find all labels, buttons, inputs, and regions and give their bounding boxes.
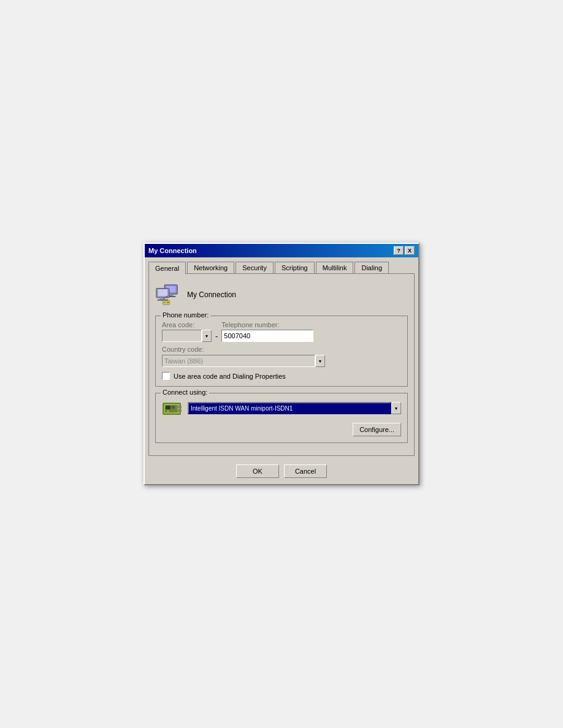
area-code-label: Area code: <box>162 321 212 328</box>
connect-using-inner: Intelligent ISDN WAN miniport-ISDN1 ▼ <box>162 398 401 418</box>
svg-rect-17 <box>166 406 170 409</box>
device-dropdown-btn[interactable]: ▼ <box>391 402 401 414</box>
network-icon-svg <box>155 282 180 308</box>
title-bar: My Connection ? X <box>145 244 418 257</box>
cancel-button[interactable]: Cancel <box>284 464 327 478</box>
connection-name-label: My Connection <box>187 290 236 299</box>
dialog-title: My Connection <box>148 247 197 254</box>
svg-point-12 <box>167 301 169 303</box>
tab-scripting[interactable]: Scripting <box>275 262 315 275</box>
telephone-input[interactable]: 5007040 <box>221 330 313 342</box>
svg-point-19 <box>165 411 167 412</box>
phone-number-group-label: Phone number: <box>161 311 210 319</box>
device-select: Intelligent ISDN WAN miniport-ISDN1 ▼ <box>188 402 401 414</box>
tab-multilink[interactable]: Multilink <box>316 262 354 275</box>
tab-general[interactable]: General <box>148 262 186 275</box>
device-icon-svg <box>162 398 184 420</box>
use-area-code-checkbox[interactable] <box>162 372 170 380</box>
phone-fields-row: Area code: ▼ - Telephone number: 5007040 <box>162 321 401 342</box>
device-input[interactable]: Intelligent ISDN WAN miniport-ISDN1 <box>188 402 391 414</box>
tab-bar: General Networking Security Scripting Mu… <box>148 261 415 274</box>
title-bar-buttons: ? X <box>394 246 415 255</box>
country-code-row: Country code: Taiwan (886) ▼ <box>162 346 401 367</box>
country-input-wrapper: Taiwan (886) ▼ <box>162 355 401 367</box>
close-button[interactable]: X <box>405 246 415 255</box>
svg-rect-18 <box>172 406 175 409</box>
connection-icon <box>155 282 180 307</box>
area-code-input[interactable] <box>162 330 202 342</box>
use-area-code-label: Use area code and Dialing Properties <box>174 373 286 380</box>
tab-security[interactable]: Security <box>236 262 274 275</box>
connect-using-group: Connect using: <box>155 393 408 443</box>
svg-point-11 <box>166 301 167 303</box>
phone-number-group: Phone number: Area code: ▼ - <box>155 316 408 387</box>
configure-button[interactable]: Configure... <box>353 423 401 436</box>
dialog-window: My Connection ? X General Networking Sec… <box>144 243 419 485</box>
telephone-label: Telephone number: <box>221 321 313 328</box>
svg-point-10 <box>164 301 165 303</box>
area-code-dropdown-btn[interactable]: ▼ <box>202 330 212 342</box>
svg-rect-16 <box>177 409 182 412</box>
area-code-dropdown-wrapper: ▼ <box>162 330 212 342</box>
device-icon <box>162 398 182 418</box>
tab-networking[interactable]: Networking <box>187 262 234 275</box>
page-background: My Connection ? X General Networking Sec… <box>0 0 563 728</box>
area-code-field-group: Area code: ▼ <box>162 321 212 342</box>
country-dropdown-btn[interactable]: ▼ <box>315 355 325 367</box>
configure-btn-row: Configure... <box>162 423 401 436</box>
country-dropdown-wrapper: Taiwan (886) ▼ <box>162 355 401 367</box>
tab-content-general: My Connection Phone number: Area code: ▼ <box>148 273 415 456</box>
help-button[interactable]: ? <box>394 246 404 255</box>
connect-using-group-label: Connect using: <box>161 389 209 396</box>
country-code-label: Country code: <box>162 346 401 353</box>
dash-separator: - <box>215 332 218 342</box>
svg-point-20 <box>167 411 169 412</box>
country-input[interactable]: Taiwan (886) <box>162 355 315 367</box>
dialog-body: General Networking Security Scripting Mu… <box>145 257 418 460</box>
telephone-field-group: Telephone number: 5007040 <box>221 321 313 342</box>
dialog-footer: OK Cancel <box>145 460 418 484</box>
ok-button[interactable]: OK <box>236 464 279 478</box>
svg-rect-15 <box>177 406 182 408</box>
connection-header: My Connection <box>155 282 408 307</box>
tab-dialing[interactable]: Dialing <box>354 262 389 275</box>
use-area-code-row: Use area code and Dialing Properties <box>162 372 401 380</box>
svg-rect-5 <box>158 289 167 295</box>
